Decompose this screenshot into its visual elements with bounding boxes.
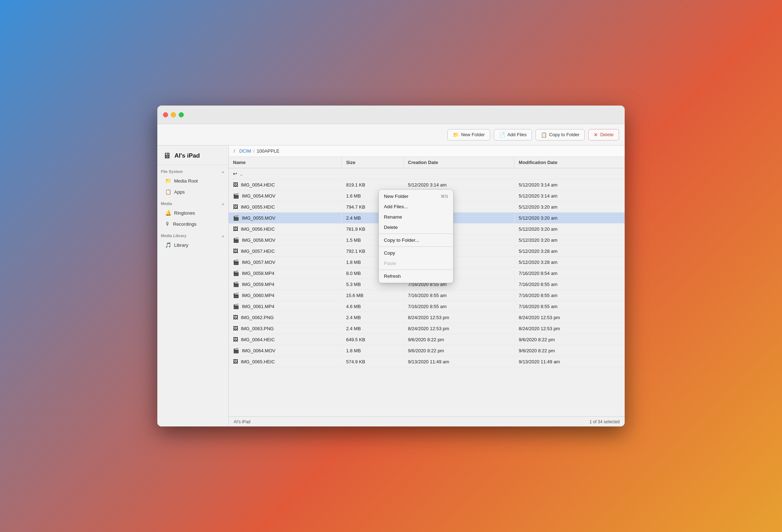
table-row[interactable]: 🎬 IMG_0064.MOV 1.8 MB 9/6/2020 8:22 pm 9… <box>229 345 625 356</box>
sidebar-item-library[interactable]: 🎵 Library <box>159 240 227 250</box>
file-name-cell: 🎬 IMG_0058.MP4 <box>229 268 342 279</box>
sidebar-item-recordings[interactable]: 🎙 Recordings <box>159 219 227 229</box>
file-modified: 9/6/2020 8:22 pm <box>514 345 625 356</box>
status-device: AI's iPad <box>234 419 250 424</box>
table-row[interactable]: 🖼 IMG_0065.HEIC 574.9 KB 9/13/2020 11:49… <box>229 356 625 367</box>
file-name: IMG_0057.MOV <box>242 260 275 265</box>
col-size[interactable]: Size <box>342 157 403 168</box>
file-created: 5/12/2020 3:20 am <box>403 235 514 246</box>
file-modified: 8/24/2020 12:53 pm <box>514 323 625 334</box>
table-row[interactable]: 🎬 IMG_0055.MOV 2.4 MB 5/12/2020 3:20 am <box>229 213 625 224</box>
table-row[interactable]: 🖼 IMG_0055.HEIC 794.7 KB 5/12/2020 3:20 … <box>229 201 625 213</box>
file-size: 1.6 MB <box>342 190 403 201</box>
file-icon: 🖼 <box>233 337 238 342</box>
file-modified: 5/12/2020 3:14 am <box>514 179 625 190</box>
file-name: IMG_0062.PNG <box>241 315 274 320</box>
file-icon: 🖼 <box>233 314 238 320</box>
media-library-collapse[interactable]: ▲ <box>221 234 225 238</box>
table-row[interactable]: 🎬 IMG_0057.MOV 1.8 MB 5/12/2020 3:28 am … <box>229 257 625 268</box>
table-row[interactable]: 🖼 IMG_0062.PNG 2.4 MB 8/24/2020 12:53 pm… <box>229 312 625 323</box>
file-created: 9/6/2020 8:22 pm <box>403 345 514 356</box>
file-name: .. <box>240 171 243 177</box>
table-row[interactable]: ↩ .. <box>229 168 625 179</box>
file-size: 2.4 MB <box>342 213 403 224</box>
file-created: 9/13/2020 11:49 am <box>403 356 514 367</box>
file-icon: 🖼 <box>233 204 238 210</box>
file-name: IMG_0055.MOV <box>242 215 275 221</box>
minimize-button[interactable] <box>171 112 176 117</box>
table-row[interactable]: 🖼 IMG_0054.HEIC 819.1 KB 5/12/2020 3:14 … <box>229 179 625 190</box>
file-size: 5.3 MB <box>342 279 403 290</box>
file-pane: / DCIM / 100APPLE Name Size Creation Dat… <box>229 145 625 426</box>
table-row[interactable]: 🖼 IMG_0056.HEIC 781.9 KB 5/12/2020 3:20 … <box>229 224 625 235</box>
file-name-cell: 🖼 IMG_0063.PNG <box>229 323 342 334</box>
sidebar-item-media-root[interactable]: 📁 Media Root <box>159 175 227 186</box>
table-row[interactable]: 🎬 IMG_0060.MP4 15.6 MB 7/16/2020 8:55 am… <box>229 290 625 301</box>
file-modified: 5/12/2020 3:14 am <box>514 190 625 201</box>
file-modified: 5/12/2020 3:20 am <box>514 235 625 246</box>
status-selection: 1 of 34 selected <box>589 419 620 424</box>
table-row[interactable]: 🖼 IMG_0064.HEIC 649.5 KB 9/6/2020 8:22 p… <box>229 334 625 345</box>
file-name-cell: 🖼 IMG_0056.HEIC <box>229 224 342 235</box>
file-icon: 🎬 <box>233 348 239 353</box>
toolbar: 📁 New Folder 📄 Add Files 📋 Copy to Folde… <box>157 124 625 145</box>
media-library-section: Media Library ▲ 🎵 Library <box>157 231 228 250</box>
new-folder-button[interactable]: 📁 New Folder <box>447 129 490 140</box>
breadcrumb: / DCIM / 100APPLE <box>229 145 625 157</box>
col-modified[interactable]: Modification Date <box>514 157 625 168</box>
table-row[interactable]: 🎬 IMG_0061.MP4 4.6 MB 7/16/2020 8:55 am … <box>229 301 625 312</box>
breadcrumb-sep-2: / <box>253 148 255 154</box>
sidebar-item-ringtones[interactable]: 🔔 Ringtones <box>159 208 227 218</box>
file-created: 8/24/2020 12:53 pm <box>403 323 514 334</box>
file-name: IMG_0064.HEIC <box>241 337 275 342</box>
file-icon: 🖼 <box>233 226 238 232</box>
table-row[interactable]: 🎬 IMG_0056.MOV 1.5 MB 5/12/2020 3:20 am … <box>229 235 625 246</box>
file-name: IMG_0064.MOV <box>242 348 275 353</box>
breadcrumb-dcim[interactable]: DCIM <box>239 148 251 154</box>
file-system-section: File System ▲ 📁 Media Root 📋 Apps <box>157 167 228 197</box>
file-icon: 🎬 <box>233 303 239 309</box>
media-collapse[interactable]: ▲ <box>221 202 225 206</box>
table-row[interactable]: 🖼 IMG_0063.PNG 2.4 MB 8/24/2020 12:53 pm… <box>229 323 625 334</box>
file-system-header: File System ▲ <box>157 167 228 175</box>
file-name-cell: 🖼 IMG_0055.HEIC <box>229 201 342 213</box>
file-size: 2.4 MB <box>342 312 403 323</box>
file-name: IMG_0056.MOV <box>242 237 275 243</box>
file-name-cell: 🖼 IMG_0062.PNG <box>229 312 342 323</box>
file-size: 1.8 MB <box>342 257 403 268</box>
file-icon: 🎬 <box>233 270 239 276</box>
delete-button[interactable]: ✕ Delete <box>588 129 619 140</box>
file-name-cell: 🎬 IMG_0059.MP4 <box>229 279 342 290</box>
file-system-collapse[interactable]: ▲ <box>221 170 225 174</box>
new-folder-label: New Folder <box>461 132 484 137</box>
table-row[interactable]: 🎬 IMG_0058.MP4 8.0 MB 7/16/2020 8:54 am … <box>229 268 625 279</box>
add-files-icon: 📄 <box>499 132 505 138</box>
table-row[interactable]: 🎬 IMG_0059.MP4 5.3 MB 7/16/2020 8:55 am … <box>229 279 625 290</box>
maximize-button[interactable] <box>179 112 184 117</box>
sidebar-item-apps[interactable]: 📋 Apps <box>159 186 227 197</box>
add-files-button[interactable]: 📄 Add Files <box>494 129 532 140</box>
copy-to-folder-icon: 📋 <box>541 132 547 138</box>
main-content: 🖥 AI's iPad File System ▲ 📁 Media Root 📋… <box>157 145 625 426</box>
file-modified: 7/16/2020 8:55 am <box>514 301 625 312</box>
file-icon: 🖼 <box>233 248 238 254</box>
file-size: 2.4 MB <box>342 323 403 334</box>
device-header: 🖥 AI's iPad <box>157 145 228 165</box>
file-created: 7/16/2020 8:55 am <box>403 290 514 301</box>
file-size: 8.0 MB <box>342 268 403 279</box>
device-icon: 🖥 <box>163 151 171 160</box>
col-name[interactable]: Name <box>229 157 342 168</box>
file-table[interactable]: Name Size Creation Date Modification Dat… <box>229 157 625 416</box>
copy-to-folder-button[interactable]: 📋 Copy to Folder <box>535 129 585 140</box>
file-created: 5/12/2020 3:28 am <box>403 246 514 257</box>
col-created[interactable]: Creation Date <box>403 157 514 168</box>
file-created: 9/6/2020 8:22 pm <box>403 334 514 345</box>
title-bar <box>157 106 625 124</box>
table-row[interactable]: 🎬 IMG_0054.MOV 1.6 MB 5/12/2020 3:14 am … <box>229 190 625 201</box>
table-row[interactable]: 🖼 IMG_0057.HEIC 792.1 KB 5/12/2020 3:28 … <box>229 246 625 257</box>
file-size: 781.9 KB <box>342 224 403 235</box>
file-modified: 5/12/2020 3:20 am <box>514 224 625 235</box>
file-modified: 5/12/2020 3:28 am <box>514 257 625 268</box>
close-button[interactable] <box>163 112 168 117</box>
media-section: Media ▲ 🔔 Ringtones 🎙 Recordings <box>157 199 228 229</box>
